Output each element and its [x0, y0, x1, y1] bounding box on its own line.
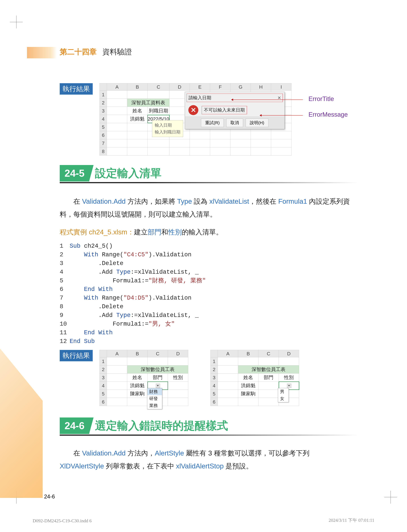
- col-header: C: [148, 83, 169, 91]
- page-number: 24-6: [44, 494, 55, 500]
- footer-right: 2024/3/11 下午 07:01:11: [329, 517, 374, 524]
- col-header: B: [127, 83, 148, 91]
- kw-alertstyle: AlertStyle: [155, 449, 184, 457]
- dropdown-dept[interactable]: 財務 研發 業務: [147, 388, 162, 409]
- col-header: I: [271, 83, 291, 91]
- dialog-title: 請輸入日期: [188, 95, 211, 101]
- kw-dept: 部門: [148, 228, 161, 236]
- col-header: A: [107, 83, 127, 91]
- paragraph: 在 Validation.Add 方法內，AlertStyle 屬性有 3 種常…: [60, 447, 358, 473]
- chapter-number: 第二十四章: [60, 47, 97, 57]
- figure-dropdown-dept: ABCD 1 2深智數位員工表 3姓名部門性別 4洪錦魁 5陳家駒 6 財務 研…: [100, 350, 188, 406]
- section-heading: 24-6 選定輸入錯誤時的提醒樣式: [60, 418, 228, 434]
- section-underline: [60, 182, 358, 183]
- callout-arrow: [232, 100, 303, 100]
- chapter-title: 資料驗證: [102, 47, 132, 57]
- row-header: 3: [100, 107, 107, 115]
- chevron-down-icon[interactable]: [156, 384, 160, 388]
- retry-button[interactable]: 重試(R): [201, 119, 224, 127]
- section-title: 選定輸入錯誤時的提醒樣式: [95, 418, 228, 433]
- header-name: 姓名: [127, 107, 148, 115]
- callout-errormessage: ErrorMessage: [308, 111, 348, 118]
- cancel-button[interactable]: 取消: [226, 119, 243, 127]
- row-header: 7: [100, 139, 107, 147]
- chapter-header-bg: [27, 47, 57, 58]
- kw-validation-add: Validation.Add: [82, 198, 125, 205]
- side-decoration: [0, 349, 43, 498]
- kw-formula1: Formula1: [278, 198, 307, 205]
- col-header: G: [230, 83, 251, 91]
- dropdown-item[interactable]: 研發: [147, 395, 162, 402]
- help-button[interactable]: 說明(H): [246, 119, 268, 127]
- kw-xldvalertstyle: XlDVAlertStyle: [60, 462, 104, 470]
- result-label: 執行結果: [60, 350, 93, 361]
- cell-name: 洪錦魁: [127, 115, 148, 123]
- kw-sex: 性別: [168, 228, 182, 236]
- dropdown-item[interactable]: 女: [278, 395, 289, 402]
- excel-grid: ABCD 1 2深智數位員工表 3姓名部門性別 4洪錦魁 5陳家駒 6: [100, 350, 188, 406]
- row-header: 2: [100, 99, 107, 107]
- dropdown-sex[interactable]: 男 女: [278, 388, 289, 402]
- section-title: 設定輸入清單: [95, 166, 162, 181]
- section-heading: 24-5 設定輸入清單: [60, 165, 162, 182]
- error-dialog: 請輸入日期 × ✕ 不可以輸入未來日期 重試(R) 取消 說明(H): [185, 92, 285, 129]
- row-header: 8: [100, 147, 107, 155]
- crop-mark: [10, 16, 23, 28]
- dialog-titlebar: 請輸入日期 ×: [187, 94, 283, 102]
- kw-xlvalidalertstop: xlValidAlertStop: [176, 462, 224, 470]
- kw-type: Type: [177, 198, 192, 205]
- figure-excel-error: A B C D E F G H I 1 2深智員工資料表 3姓名到職日期 4洪錦…: [100, 83, 291, 155]
- close-icon[interactable]: ×: [278, 95, 281, 101]
- kw-xlvalidatelist: xlValidateList: [209, 198, 249, 205]
- section-underline: [60, 435, 358, 436]
- tooltip-title: 輸入日期: [155, 122, 180, 129]
- header-date: 到職日期: [148, 107, 169, 115]
- row-header: 1: [100, 91, 107, 99]
- section-number: 24-6: [60, 418, 89, 434]
- chapter-header: 第二十四章 資料驗證: [60, 47, 132, 57]
- row-header: 4: [100, 115, 107, 123]
- col-header: F: [210, 83, 230, 91]
- kw-validation-add: Validation.Add: [82, 449, 125, 457]
- callout-errortitle: ErrorTitle: [308, 95, 334, 103]
- code-block: 1Sub ch24_5() 2 With Range("C4:C5").Vali…: [60, 242, 206, 346]
- result-label: 執行結果: [60, 83, 93, 95]
- dropdown-item[interactable]: 財務: [147, 388, 162, 395]
- corner-cell: [100, 83, 107, 91]
- row-header: 5: [100, 123, 107, 131]
- dropdown-item[interactable]: 業務: [147, 402, 162, 409]
- section-number: 24-5: [60, 165, 89, 182]
- tooltip-body: 輸入到職日期: [155, 129, 180, 135]
- table-title: 深智員工資料表: [127, 99, 169, 107]
- footer-left: D092-DM2425-C19-C30.indd 6: [33, 518, 92, 524]
- callout-arrow: [260, 115, 303, 116]
- table-title: 深智數位員工表: [127, 365, 188, 373]
- figure-dropdown-sex: ABCD 1 2深智數位員工表 3姓名部門性別 4洪錦魁 5陳家駒 6 男 女: [210, 350, 299, 406]
- example-file: 程式實例 ch24_5.xlsm：: [60, 228, 134, 236]
- col-header: H: [251, 83, 271, 91]
- crop-mark: [384, 491, 397, 504]
- row-header: 6: [100, 131, 107, 139]
- col-header: E: [190, 83, 210, 91]
- col-header: D: [169, 83, 190, 91]
- paragraph: 在 Validation.Add 方法內，如果將 Type 設為 xlValid…: [60, 195, 358, 221]
- dropdown-item[interactable]: 男: [278, 388, 289, 395]
- table-title: 深智數位員工表: [238, 365, 299, 373]
- dialog-message: 不可以輸入未來日期: [202, 106, 247, 114]
- error-icon: ✕: [188, 105, 198, 115]
- input-tooltip: 輸入日期 輸入到職日期: [152, 120, 183, 137]
- chevron-down-icon[interactable]: [287, 384, 291, 388]
- example-heading: 程式實例 ch24_5.xlsm：建立部門和性別的輸入清單。: [60, 228, 223, 237]
